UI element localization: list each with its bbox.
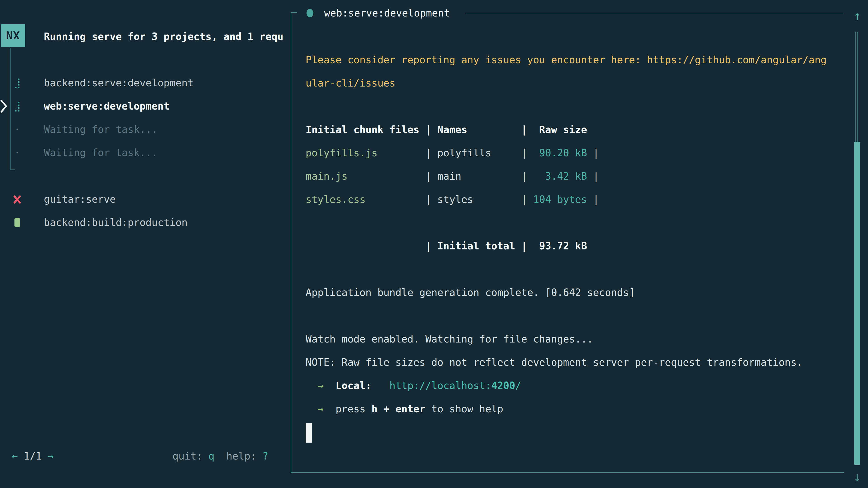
text-segment: → [318, 403, 324, 415]
text-segment: | [377, 147, 437, 159]
task-row-guitar-serve[interactable]: guitar:serve [0, 188, 291, 211]
terminal-line: → Local: http://localhost:4200/ [306, 374, 844, 397]
text-segment: → [48, 450, 54, 462]
text-segment: | [366, 194, 437, 205]
text-segment: Local: [336, 380, 371, 391]
text-segment: → [318, 380, 324, 391]
task-label: Waiting for task... [44, 141, 158, 164]
task-failed-cross-icon [12, 188, 23, 211]
task-label: backend:serve:development [44, 71, 193, 94]
text-segment: main.js [306, 170, 347, 182]
text-segment: | [491, 147, 533, 159]
task-pending-dot-icon: · [12, 141, 23, 164]
task-tree-corner [10, 169, 15, 170]
text-segment: 104 bytes [533, 194, 587, 205]
app-title: Running serve for 3 projects, and 1 requ [44, 25, 291, 48]
terminal-line [306, 420, 844, 444]
terminal-line: Application bundle generation complete. … [306, 281, 844, 304]
text-segment [323, 380, 336, 391]
terminal-line [306, 304, 844, 327]
terminal-line: NOTE: Raw file sizes do not reflect deve… [306, 351, 844, 374]
text-segment: 1/1 [18, 450, 48, 462]
text-segment [306, 403, 318, 415]
task-label: backend:build:production [44, 211, 188, 234]
text-segment: ular-cli/issues [306, 77, 395, 89]
panel-top-border [291, 12, 297, 13]
text-segment: | [461, 170, 533, 182]
text-segment: Watch mode enabled. Watching for file ch… [306, 333, 593, 345]
terminal-line: → press h + enter to show help [306, 397, 844, 420]
text-segment: help: [226, 450, 262, 462]
text-segment: ? [262, 450, 268, 462]
text-segment: NOTE: Raw file sizes do not reflect deve… [306, 357, 803, 368]
nx-logo: NX [1, 24, 25, 47]
text-segment: Application bundle generation complete. … [306, 287, 635, 298]
terminal-line: polyfills.js | polyfills | 90.20 kB | [306, 141, 844, 164]
text-segment [214, 450, 226, 462]
terminal-line [306, 258, 844, 281]
task-pending-dot-icon: · [12, 118, 23, 141]
terminal-line: styles.css | styles | 104 bytes | [306, 188, 844, 211]
task-row-web-serve-development[interactable]: ⣸web:serve:development [0, 94, 291, 118]
text-segment [306, 380, 318, 391]
text-segment [371, 380, 389, 391]
text-segment: 3.42 kB [533, 170, 587, 182]
text-segment: to show help [426, 403, 503, 415]
selected-task-chevron-icon [0, 98, 8, 114]
terminal-cursor [306, 423, 312, 443]
pagination[interactable]: ← 1/1 → [12, 445, 54, 468]
text-segment: quit: [173, 450, 209, 462]
text-segment: polyfills.js [306, 147, 377, 159]
help-bar: quit: q help: ? [173, 445, 268, 468]
scrollbar-track[interactable] [855, 32, 858, 142]
text-segment [323, 403, 336, 415]
scroll-down-icon[interactable]: ↓ [850, 465, 864, 488]
text-segment: h + enter [371, 403, 425, 415]
task-label: guitar:serve [44, 188, 116, 211]
text-segment: styles [437, 194, 473, 205]
text-segment: Please consider reporting any issues you… [306, 54, 827, 66]
nx-terminal-ui: { "sidebar": { "logo": "NX", "title": "R… [0, 0, 868, 488]
text-segment: | [347, 170, 437, 182]
text-segment: | [473, 194, 533, 205]
text-segment: | [587, 170, 599, 182]
panel-left-border [291, 12, 291, 473]
text-segment: press [336, 403, 371, 415]
terminal-output: Please consider reporting any issues you… [306, 48, 844, 444]
terminal-line: Please consider reporting any issues you… [306, 48, 844, 71]
task-success-square-icon [12, 211, 23, 234]
terminal-line: Watch mode enabled. Watching for file ch… [306, 327, 844, 351]
text-segment: | Initial total | 93.72 kB [306, 240, 587, 252]
task-running-spinner-icon: ⣸ [12, 94, 23, 118]
panel-header-rule [465, 13, 843, 13]
task-row-Waiting-for-task-[interactable]: ·Waiting for task... [0, 141, 291, 164]
task-status-bullet-icon [307, 9, 313, 18]
text-segment: main [437, 170, 461, 182]
terminal-line [306, 95, 844, 118]
text-segment: ← [12, 450, 18, 462]
panel-title: web:serve:development [324, 1, 450, 25]
task-row-backend-serve-development[interactable]: ⣸backend:serve:development [0, 71, 291, 94]
panel-bottom-border [291, 473, 844, 473]
text-segment: q [209, 450, 215, 462]
scrollbar-thumb[interactable] [854, 142, 860, 465]
task-label: Waiting for task... [44, 118, 158, 141]
task-label: web:serve:development [44, 94, 169, 118]
task-row-Waiting-for-task-[interactable]: ·Waiting for task... [0, 118, 291, 141]
terminal-line: ular-cli/issues [306, 71, 844, 95]
scroll-up-icon[interactable]: ↑ [850, 4, 864, 27]
terminal-line: Initial chunk files | Names | Raw size [306, 118, 844, 141]
terminal-line [306, 211, 844, 234]
text-segment: styles.css [306, 194, 366, 205]
text-segment: http://localhost: [390, 380, 491, 391]
text-segment: 90.20 kB [533, 147, 587, 159]
terminal-line: main.js | main | 3.42 kB | [306, 164, 844, 188]
text-segment: polyfills [437, 147, 491, 159]
text-segment: | [587, 194, 599, 205]
text-segment: Initial chunk files | Names | Raw size [306, 124, 587, 135]
text-segment: 4200 [491, 380, 515, 391]
text-segment: | [587, 147, 599, 159]
text-segment: / [515, 380, 521, 391]
task-row-backend-build-production[interactable]: backend:build:production [0, 211, 291, 234]
terminal-line: | Initial total | 93.72 kB [306, 234, 844, 258]
